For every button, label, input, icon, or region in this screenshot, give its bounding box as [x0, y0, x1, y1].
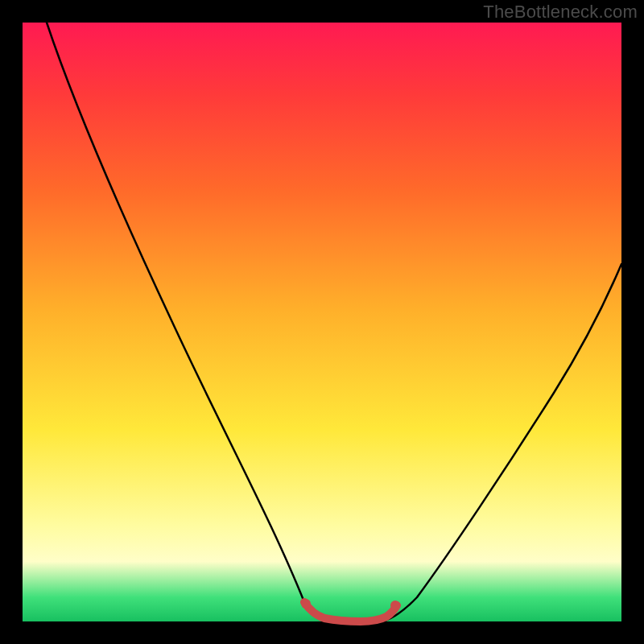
red-bottom-segment — [304, 602, 397, 621]
red-dot-left — [301, 599, 311, 609]
watermark-text: TheBottleneck.com — [483, 2, 638, 23]
red-dot-right — [390, 601, 400, 610]
right-curve — [382, 264, 621, 621]
left-curve — [47, 23, 334, 621]
chart-curves — [23, 23, 621, 621]
chart-frame: TheBottleneck.com — [0, 0, 644, 644]
